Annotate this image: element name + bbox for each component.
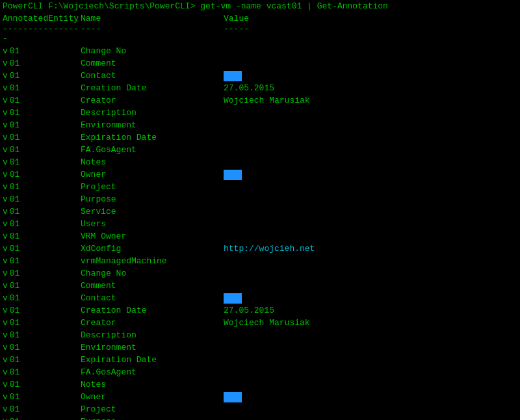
cell-ae: v 01 <box>3 82 81 94</box>
cell-name: Owner <box>81 391 224 403</box>
entity-num: 01 <box>10 193 20 205</box>
cell-name: Notes <box>81 156 224 168</box>
cell-name: Comment <box>81 280 224 292</box>
cell-ae: v 01 <box>3 70 81 82</box>
v-char: v <box>3 181 8 193</box>
cell-name: VRM Owner <box>81 230 224 243</box>
cell-ae: v 01 <box>3 131 81 144</box>
v-char: v <box>3 366 8 378</box>
separator-row: ---------------- ---- ----- <box>3 24 517 44</box>
entity-num: 01 <box>10 280 20 292</box>
cell-name: Project <box>81 403 224 415</box>
cell-value: 27.05.2015 <box>224 82 517 94</box>
v-char: v <box>3 193 8 205</box>
cell-ae: v 01 <box>3 403 81 415</box>
cell-ae: v 01 <box>3 181 81 193</box>
v-char: v <box>3 354 8 366</box>
cell-ae: v 01 <box>3 304 81 317</box>
entity-num: 01 <box>10 107 20 119</box>
cell-ae: v 01 <box>3 230 81 243</box>
cell-value: 27.05.2015 <box>224 304 517 317</box>
table-row: v 01Comment <box>3 57 517 70</box>
v-char: v <box>3 341 8 354</box>
cell-name: FA.GosAgent <box>81 144 224 156</box>
v-char: v <box>3 267 8 280</box>
entity-num: 01 <box>10 230 20 243</box>
cell-name: XdConfig <box>81 243 224 255</box>
cell-ae: v 01 <box>3 255 81 267</box>
cell-ae: v 01 <box>3 329 81 341</box>
table-row: v 01Owner <box>3 391 517 403</box>
cell-ae: v 01 <box>3 119 81 131</box>
cell-name: Creator <box>81 94 224 107</box>
v-char: v <box>3 205 8 218</box>
cell-name: Expiration Date <box>81 354 224 366</box>
table-row: v 01Change No <box>3 45 517 57</box>
table-row: v 01Service <box>3 205 517 218</box>
v-char: v <box>3 45 8 57</box>
table-row: v 01FA.GosAgent <box>3 144 517 156</box>
column-headers: AnnotatedEntity Name Value <box>3 14 517 23</box>
cell-ae: v 01 <box>3 415 81 420</box>
cell-name: Purpose <box>81 193 224 205</box>
col-header-value: Value <box>224 14 517 23</box>
blue-indicator <box>224 392 242 402</box>
entity-num: 01 <box>10 329 20 341</box>
table-row: v 01Notes <box>3 378 517 391</box>
cell-name: Creation Date <box>81 304 224 317</box>
entity-num: 01 <box>10 57 20 70</box>
v-char: v <box>3 329 8 341</box>
table-row: v 01Project <box>3 181 517 193</box>
entity-num: 01 <box>10 378 20 391</box>
v-char: v <box>3 131 8 144</box>
blue-indicator <box>224 170 242 180</box>
sep-ae: ---------------- <box>3 24 81 44</box>
cell-ae: v 01 <box>3 292 81 304</box>
entity-num: 01 <box>10 82 20 94</box>
table-row: v 01Environment <box>3 119 517 131</box>
v-char: v <box>3 119 8 131</box>
v-char: v <box>3 280 8 292</box>
table-row: v 01CreatorWojciech Marusiak <box>3 94 517 107</box>
table-row: v 01Users <box>3 218 517 230</box>
cell-ae: v 01 <box>3 243 81 255</box>
table-row: v 01VRM Owner <box>3 230 517 243</box>
v-char: v <box>3 144 8 156</box>
cell-name: Purpose <box>81 415 224 420</box>
blue-indicator <box>224 71 242 81</box>
table-row: v 01Creation Date27.05.2015 <box>3 304 517 317</box>
entity-num: 01 <box>10 317 20 329</box>
entity-num: 01 <box>10 267 20 280</box>
cell-name: Creator <box>81 317 224 329</box>
col-header-ae: AnnotatedEntity <box>3 14 81 23</box>
cell-name: FA.GosAgent <box>81 366 224 378</box>
cell-ae: v 01 <box>3 341 81 354</box>
table-row: v 01Change No <box>3 267 517 280</box>
cell-name: Change No <box>81 45 224 57</box>
cell-value: http://wojcieh.net <box>224 243 517 255</box>
entity-num: 01 <box>10 354 20 366</box>
entity-num: 01 <box>10 415 20 420</box>
cell-name: Creation Date <box>81 82 224 94</box>
table-row: v 01vrmManagedMachine <box>3 255 517 267</box>
table-row: v 01Contact <box>3 292 517 304</box>
entity-num: 01 <box>10 292 20 304</box>
cell-ae: v 01 <box>3 57 81 70</box>
cell-name: Description <box>81 107 224 119</box>
entity-num: 01 <box>10 119 20 131</box>
cell-name: Service <box>81 205 224 218</box>
table-row: v 01CreatorWojciech Marusiak <box>3 317 517 329</box>
cell-name: Expiration Date <box>81 131 224 144</box>
cell-ae: v 01 <box>3 156 81 168</box>
v-char: v <box>3 403 8 415</box>
entity-num: 01 <box>10 391 20 403</box>
v-char: v <box>3 378 8 391</box>
v-char: v <box>3 255 8 267</box>
cell-value <box>224 170 517 180</box>
v-char: v <box>3 230 8 243</box>
v-char: v <box>3 292 8 304</box>
cell-ae: v 01 <box>3 193 81 205</box>
value-text: Wojciech Marusiak <box>224 94 310 107</box>
entity-num: 01 <box>10 243 20 255</box>
entity-num: 01 <box>10 156 20 168</box>
